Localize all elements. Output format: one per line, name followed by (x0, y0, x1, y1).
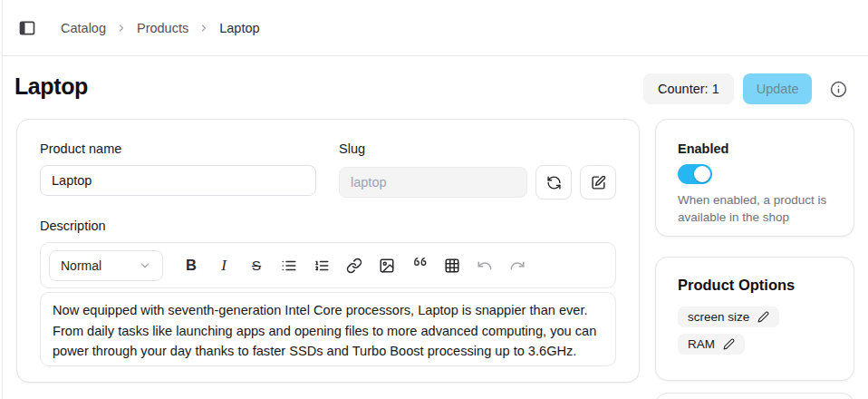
format-select[interactable]: Normal (49, 250, 163, 281)
info-icon[interactable] (830, 81, 847, 98)
top-bar: Catalog Products Laptop (3, 0, 868, 56)
breadcrumb-item-products[interactable]: Products (137, 21, 188, 35)
update-button[interactable]: Update (743, 73, 813, 104)
product-options-list: screen size RAM (678, 307, 832, 355)
product-options-title: Product Options (678, 277, 832, 294)
sidebar-toggle-icon[interactable] (18, 19, 36, 37)
option-tag-ram[interactable]: RAM (678, 334, 745, 355)
slug-regenerate-button[interactable] (535, 165, 572, 200)
ordered-list-icon (313, 258, 330, 274)
chevron-right-icon (198, 23, 209, 34)
undo-button[interactable] (468, 249, 501, 282)
enabled-toggle[interactable] (678, 164, 712, 184)
refresh-icon (546, 175, 562, 190)
table-button[interactable] (436, 249, 468, 282)
redo-icon (509, 258, 526, 274)
image-button[interactable] (371, 249, 403, 282)
breadcrumb: Catalog Products Laptop (61, 21, 260, 35)
option-tag-label: screen size (688, 310, 749, 324)
image-icon (379, 258, 395, 274)
chevron-right-icon (116, 23, 127, 34)
next-card-partial (655, 393, 854, 399)
ordered-list-button[interactable] (305, 249, 338, 282)
enabled-card: Enabled When enabled, a product is avail… (655, 119, 854, 237)
blockquote-button[interactable] (403, 249, 436, 282)
description-editor[interactable]: Now equipped with seventh-generation Int… (40, 292, 616, 366)
enabled-help-text: When enabled, a product is available in … (678, 192, 832, 226)
bullet-list-button[interactable] (273, 249, 305, 282)
slug-label: Slug (339, 141, 616, 156)
link-button[interactable] (338, 249, 371, 282)
enabled-label: Enabled (678, 141, 832, 156)
counter-button[interactable]: Counter: 1 (643, 73, 734, 104)
redo-button[interactable] (501, 249, 534, 282)
bold-button[interactable]: B (175, 249, 207, 282)
page-title: Laptop (14, 73, 88, 100)
product-form-card: Product name Slug (16, 119, 640, 383)
option-tag-screen-size[interactable]: screen size (678, 307, 779, 327)
bullet-list-icon (281, 258, 297, 274)
edit-icon (591, 175, 606, 190)
breadcrumb-item-catalog[interactable]: Catalog (61, 21, 106, 35)
pencil-icon[interactable] (757, 311, 769, 323)
product-options-card: Product Options screen size RAM (655, 257, 854, 381)
breadcrumb-item-laptop: Laptop (219, 21, 259, 35)
slug-input[interactable] (339, 167, 527, 198)
page-left-border (2, 0, 3, 399)
pencil-icon[interactable] (723, 338, 735, 350)
format-select-value: Normal (61, 258, 101, 273)
slug-edit-button[interactable] (580, 165, 616, 200)
undo-icon (477, 258, 493, 274)
page-actions: Counter: 1 Update (643, 73, 847, 104)
italic-button[interactable]: I (207, 249, 240, 282)
strikethrough-button[interactable]: S (240, 249, 273, 282)
option-tag-label: RAM (688, 337, 715, 351)
product-name-label: Product name (40, 141, 316, 156)
description-label: Description (40, 219, 616, 233)
editor-toolbar: Normal B I S (40, 242, 616, 288)
table-icon (444, 258, 460, 274)
chevron-down-icon (139, 259, 151, 272)
blockquote-icon (411, 258, 428, 274)
toggle-knob (694, 166, 710, 182)
product-name-input[interactable] (40, 165, 316, 196)
link-icon (346, 258, 362, 274)
